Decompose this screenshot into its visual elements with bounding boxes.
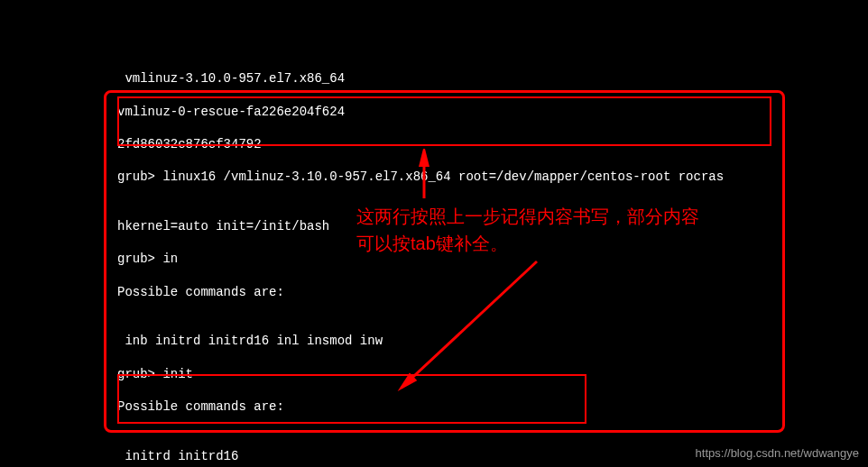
terminal-line: 2fd86032c876cf34792	[117, 136, 751, 152]
terminal-line: grub> init	[117, 366, 751, 382]
terminal-line: Possible commands are:	[117, 284, 751, 300]
watermark: https://blog.csdn.net/wdwangye	[696, 446, 859, 460]
terminal-line: vmlinuz-3.10.0-957.el7.x86_64	[117, 70, 751, 87]
terminal-line: grub> in	[117, 251, 751, 267]
terminal-line: inb initrd initrd16 inl insmod inw	[117, 333, 751, 349]
terminal-output: vmlinuz-3.10.0-957.el7.x86_64 vmlinuz-0-…	[0, 0, 868, 467]
terminal-line: initrd initrd16	[117, 448, 751, 464]
terminal-line: grub> linux16 /vmlinuz-3.10.0-957.el7.x8…	[117, 169, 751, 185]
terminal-line: Possible commands are:	[117, 398, 751, 415]
terminal-line: hkernel=auto init=/init/bash	[117, 218, 751, 234]
terminal-line: vmlinuz-0-rescue-fa226e204f624	[117, 104, 751, 120]
